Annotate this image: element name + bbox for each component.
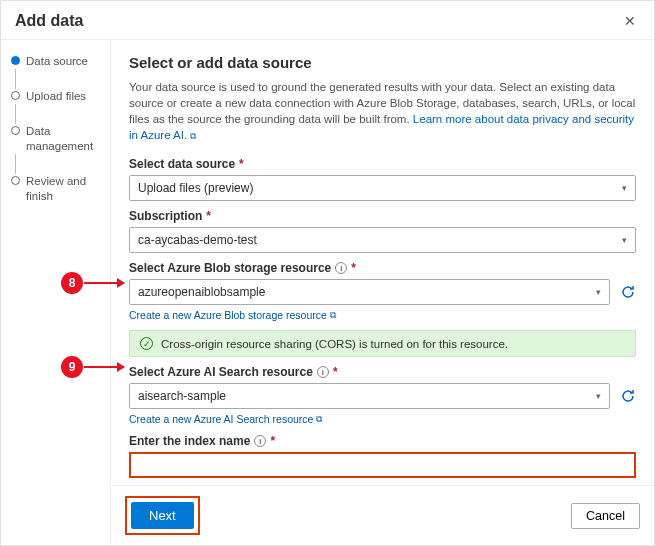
label-data-source: Select data source* <box>129 157 636 171</box>
step-data-management: Data management <box>11 124 104 154</box>
info-icon[interactable]: i <box>317 366 329 378</box>
create-search-link[interactable]: Create a new Azure AI Search resource ⧉ <box>129 413 322 425</box>
external-link-icon: ⧉ <box>316 414 322 425</box>
cancel-button[interactable]: Cancel <box>571 503 640 529</box>
label-blob-resource: Select Azure Blob storage resource i * <box>129 261 636 275</box>
step-circle-icon <box>11 56 20 65</box>
close-icon[interactable]: ✕ <box>620 11 640 31</box>
info-icon[interactable]: i <box>254 435 266 447</box>
select-search-resource[interactable]: aisearch-sample ▾ <box>129 383 610 409</box>
create-blob-link[interactable]: Create a new Azure Blob storage resource… <box>129 309 336 321</box>
cors-banner: ✓ Cross-origin resource sharing (CORS) i… <box>129 330 636 357</box>
dialog-title: Add data <box>15 12 83 30</box>
select-data-source[interactable]: Upload files (preview) ▾ <box>129 175 636 201</box>
info-icon[interactable]: i <box>335 262 347 274</box>
annotation-badge-9: 9 <box>61 356 83 378</box>
chevron-down-icon: ▾ <box>596 287 601 297</box>
section-description: Your data source is used to ground the g… <box>129 79 636 143</box>
label-subscription: Subscription* <box>129 209 636 223</box>
select-subscription[interactable]: ca-aycabas-demo-test ▾ <box>129 227 636 253</box>
step-circle-icon <box>11 91 20 100</box>
annotation-arrow-9 <box>84 366 124 368</box>
refresh-icon[interactable] <box>620 388 636 404</box>
section-heading: Select or add data source <box>129 54 636 71</box>
refresh-icon[interactable] <box>620 284 636 300</box>
index-name-input[interactable] <box>129 452 636 478</box>
chevron-down-icon: ▾ <box>596 391 601 401</box>
next-button-highlight: Next <box>125 496 200 535</box>
step-data-source[interactable]: Data source <box>11 54 104 69</box>
step-circle-icon <box>11 126 20 135</box>
label-index-name: Enter the index name i * <box>129 434 636 448</box>
next-button[interactable]: Next <box>131 502 194 529</box>
label-search-resource: Select Azure AI Search resource i * <box>129 365 636 379</box>
select-blob-resource[interactable]: azureopenaiblobsample ▾ <box>129 279 610 305</box>
check-circle-icon: ✓ <box>140 337 153 350</box>
chevron-down-icon: ▾ <box>622 235 627 245</box>
chevron-down-icon: ▾ <box>622 183 627 193</box>
step-upload-files: Upload files <box>11 89 104 104</box>
wizard-steps: Data source Upload files Data management… <box>1 40 111 545</box>
external-link-icon: ⧉ <box>330 310 336 321</box>
step-circle-icon <box>11 176 20 185</box>
external-link-icon: ⧉ <box>190 131 196 141</box>
step-review-finish: Review and finish <box>11 174 104 204</box>
annotation-arrow-8 <box>84 282 124 284</box>
annotation-badge-8: 8 <box>61 272 83 294</box>
